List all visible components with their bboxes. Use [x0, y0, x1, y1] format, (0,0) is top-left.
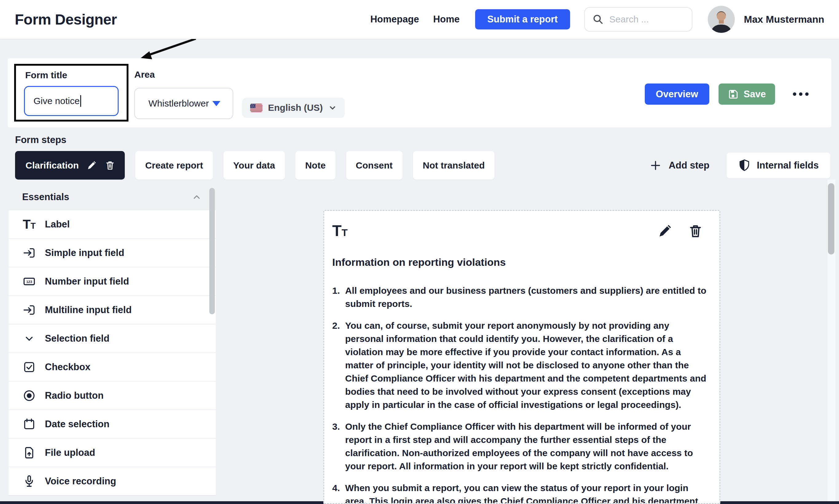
palette-item-checkbox[interactable]: Checkbox [8, 353, 216, 381]
chevron-up-icon[interactable] [191, 192, 202, 202]
annotation-highlight-box: Form title Give notice [14, 64, 129, 122]
step-chip-clarification[interactable]: Clarification [15, 151, 125, 180]
internal-fields-button[interactable]: Internal fields [726, 152, 831, 178]
header-bar: Form Designer Homepage Home Submit a rep… [0, 0, 839, 39]
step-chip-not-translated[interactable]: Not translated [413, 151, 495, 180]
step-chip-note[interactable]: Note [295, 151, 336, 180]
submit-report-button[interactable]: Submit a report [475, 9, 570, 30]
step-chip-your-data[interactable]: Your data [223, 151, 285, 180]
search-input[interactable] [610, 14, 684, 24]
form-steps-row: Clarification Create report Your data No… [15, 151, 831, 180]
area-select[interactable]: Whistlerblower [134, 88, 233, 119]
form-settings-panel: Form title Give notice Area Whistlerblow… [8, 58, 831, 127]
save-label: Save [744, 89, 766, 100]
palette-item-selection-field[interactable]: Selection field [8, 324, 216, 353]
form-title-label: Form title [25, 70, 67, 80]
language-value: English (US) [268, 103, 323, 113]
search-icon [592, 14, 604, 25]
multiline-input-icon [22, 303, 36, 317]
main-scrollbar-thumb[interactable] [828, 183, 834, 254]
toolbar-actions: Overview Save [645, 84, 810, 105]
radio-icon [22, 389, 36, 403]
label-icon: TT [22, 217, 36, 231]
step-chip-consent[interactable]: Consent [346, 151, 403, 180]
page-title: Form Designer [15, 11, 117, 28]
search-box[interactable] [584, 7, 692, 32]
palette-item-simple-input[interactable]: Simple input field [8, 238, 216, 267]
area-value: Whistlerblower [149, 98, 209, 109]
palette-item-multiline-input[interactable]: Multiline input field [8, 295, 216, 324]
save-button[interactable]: Save [719, 84, 775, 105]
text-caret [80, 95, 81, 107]
list-item: 2. You can, of course, submit your repor… [332, 319, 708, 411]
block-actions [657, 223, 710, 239]
nav-link-homepage[interactable]: Homepage [370, 14, 419, 25]
internal-fields-label: Internal fields [757, 160, 819, 171]
caret-down-icon [212, 101, 220, 106]
delete-step-trash-icon[interactable] [104, 160, 116, 171]
next-section-strip [8, 495, 216, 501]
simple-input-icon [22, 246, 36, 260]
palette-item-label[interactable]: TT Label [8, 210, 216, 238]
delete-block-trash-icon[interactable] [687, 223, 703, 239]
floppy-disk-icon [728, 89, 739, 100]
step-label: Clarification [25, 160, 79, 170]
palette-section-essentials[interactable]: Essentials [8, 184, 216, 210]
canvas-label-block[interactable]: TT Information on reporting violations 1… [323, 210, 720, 504]
voice-icon [22, 474, 36, 488]
more-options-button[interactable] [792, 89, 810, 99]
block-numbered-list: 1. All employees and our business partne… [332, 284, 708, 504]
shield-icon [738, 159, 751, 172]
nav-link-home[interactable]: Home [433, 14, 460, 25]
plus-icon [650, 160, 661, 171]
palette-item-voice-recording[interactable]: Voice recording [8, 467, 216, 495]
edit-block-pencil-icon[interactable] [657, 223, 673, 239]
block-header: TT [332, 223, 710, 239]
us-flag-icon [250, 104, 262, 112]
header-nav: Homepage Home Submit a report Max Muster… [356, 6, 824, 33]
block-heading: Information on reporting violations [332, 256, 506, 268]
list-item: 4. When you submit a report, you can vie… [332, 481, 708, 504]
file-upload-icon [22, 446, 36, 460]
palette-item-date-selection[interactable]: Date selection [8, 410, 216, 438]
palette-item-number-input[interactable]: 123 Number input field [8, 267, 216, 295]
language-select[interactable]: English (US) [242, 97, 345, 118]
list-item: 3. Only the Chief Compliance Officer wit… [332, 420, 708, 473]
area-group: Area Whistlerblower [134, 69, 233, 119]
checkbox-icon [22, 360, 36, 374]
form-title-input[interactable]: Give notice [24, 86, 119, 116]
svg-text:123: 123 [26, 280, 32, 283]
user-name[interactable]: Max Mustermann [744, 14, 824, 25]
palette-item-radio-button[interactable]: Radio button [8, 381, 216, 410]
avatar[interactable] [708, 6, 735, 33]
selection-field-icon [22, 331, 36, 346]
add-step-button[interactable]: Add step [650, 151, 709, 180]
palette-item-file-upload[interactable]: File upload [8, 438, 216, 467]
date-icon [22, 417, 36, 431]
sidebar-scrollbar-thumb[interactable] [209, 188, 215, 314]
area-label: Area [134, 69, 155, 79]
chevron-down-icon [328, 104, 337, 112]
edit-step-pencil-icon[interactable] [86, 160, 97, 171]
form-title-value: Give notice [34, 96, 80, 106]
form-designer-app: Form Designer Homepage Home Submit a rep… [0, 0, 839, 504]
section-title: Essentials [22, 192, 69, 202]
number-input-icon: 123 [22, 274, 36, 289]
step-chip-create-report[interactable]: Create report [135, 151, 213, 180]
list-item: 1. All employees and our business partne… [332, 284, 708, 310]
add-step-label: Add step [669, 160, 709, 171]
overview-button[interactable]: Overview [645, 84, 709, 105]
field-palette-sidebar: Essentials TT Label Simple input field 1… [8, 184, 216, 501]
form-steps-label: Form steps [15, 134, 66, 145]
label-block-type-icon: TT [332, 223, 347, 238]
